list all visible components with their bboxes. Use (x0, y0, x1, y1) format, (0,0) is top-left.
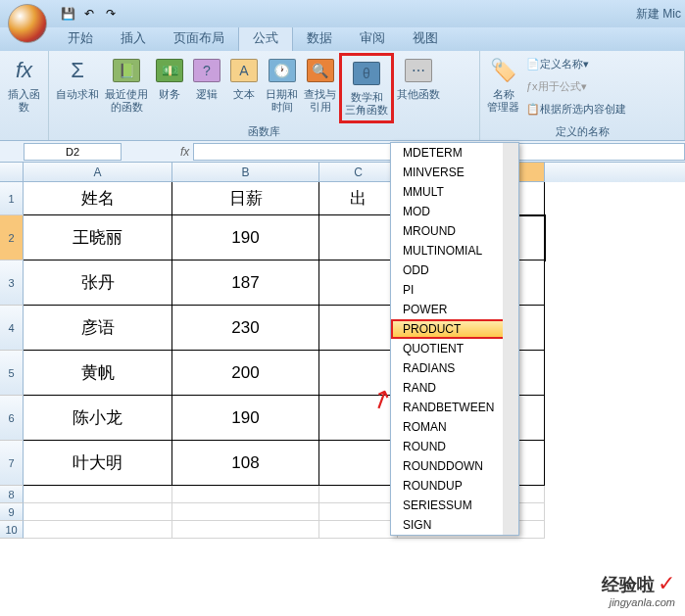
cell-C2[interactable] (319, 215, 398, 261)
cell-C3[interactable] (319, 261, 398, 306)
office-button[interactable] (8, 4, 47, 43)
cell-A4[interactable]: 彦语 (24, 306, 172, 351)
row-header-10[interactable]: 10 (0, 521, 24, 539)
dropdown-item-randbetween[interactable]: RANDBETWEEN (391, 398, 518, 417)
cell-C9[interactable] (319, 503, 398, 521)
name-manager-button[interactable]: 🏷️名称 管理器 (484, 53, 522, 123)
cell-C7[interactable] (319, 441, 398, 486)
dropdown-item-power[interactable]: POWER (391, 300, 518, 319)
text-button[interactable]: A文本 (225, 53, 263, 123)
sigma-icon: Σ (62, 55, 93, 86)
cell-A1[interactable]: 姓名 (24, 182, 172, 215)
dropdown-item-rand[interactable]: RAND (391, 378, 518, 398)
row-header-3[interactable]: 3 (0, 261, 24, 306)
dropdown-item-roman[interactable]: ROMAN (391, 417, 518, 437)
use-formula-label: 用于公式 (538, 79, 581, 94)
dropdown-scrollbar[interactable] (503, 143, 518, 535)
name-box[interactable]: D2 (24, 143, 122, 161)
cell-A7[interactable]: 叶大明 (24, 441, 172, 486)
row-header-7[interactable]: 7 (0, 441, 24, 486)
dropdown-item-odd[interactable]: ODD (391, 261, 518, 280)
tab-插入[interactable]: 插入 (107, 25, 160, 51)
autosum-button[interactable]: Σ自动求和 (53, 53, 102, 123)
cell-C10[interactable] (319, 521, 398, 539)
dropdown-item-product[interactable]: PRODUCT (391, 319, 518, 339)
dropdown-item-radians[interactable]: RADIANS (391, 358, 518, 378)
col-header-B[interactable]: B (172, 163, 319, 182)
tab-开始[interactable]: 开始 (54, 25, 107, 51)
redo-button[interactable]: ↷ (101, 4, 121, 24)
dropdown-item-mmult[interactable]: MMULT (391, 182, 518, 202)
dropdown-item-roundup[interactable]: ROUNDUP (391, 476, 518, 496)
cell-A6[interactable]: 陈小龙 (24, 396, 172, 441)
fx-icon[interactable]: fx (180, 145, 189, 159)
cell-B5[interactable]: 200 (172, 351, 319, 396)
create-from-selection-button[interactable]: 📋 根据所选内容创建 (522, 98, 630, 119)
cell-A9[interactable] (24, 503, 172, 521)
tab-视图[interactable]: 视图 (399, 25, 452, 51)
watermark-text: 经验啦 (602, 575, 655, 594)
cell-A2[interactable]: 王晓丽 (24, 215, 172, 261)
use-in-formula-button[interactable]: ƒx 用于公式 ▾ (522, 75, 630, 97)
dropdown-item-mod[interactable]: MOD (391, 202, 518, 221)
tab-页面布局[interactable]: 页面布局 (160, 25, 238, 51)
datetime-button[interactable]: 🕐日期和 时间 (263, 53, 301, 123)
cell-C8[interactable] (319, 486, 398, 503)
select-all-button[interactable] (0, 163, 24, 182)
tab-数据[interactable]: 数据 (293, 25, 346, 51)
financial-button[interactable]: 💵财务 (151, 53, 188, 123)
cell-B9[interactable] (172, 503, 319, 521)
cell-B6[interactable]: 190 (172, 396, 319, 441)
math-trig-button[interactable]: θ数学和 三角函数 (339, 53, 394, 123)
book-icon: A (228, 55, 260, 86)
row-header-1[interactable]: 1 (0, 182, 24, 215)
cell-C4[interactable] (319, 306, 398, 351)
cell-B7[interactable]: 108 (172, 441, 319, 486)
cell-A8[interactable] (24, 486, 172, 503)
cell-A5[interactable]: 黄帆 (24, 351, 172, 396)
function-dropdown[interactable]: MDETERMMINVERSEMMULTMODMROUNDMULTINOMIAL… (390, 142, 519, 536)
logical-button[interactable]: ?逻辑 (188, 53, 225, 123)
financial-label: 财务 (159, 88, 180, 101)
cell-C1[interactable]: 出 (319, 182, 398, 215)
cell-A3[interactable]: 张丹 (24, 261, 172, 306)
cell-B8[interactable] (172, 486, 319, 503)
dropdown-item-sign[interactable]: SIGN (391, 515, 518, 535)
row-header-6[interactable]: 6 (0, 396, 24, 441)
dropdown-item-round[interactable]: ROUND (391, 437, 518, 456)
dropdown-item-quotient[interactable]: QUOTIENT (391, 339, 518, 358)
dropdown-item-multinomial[interactable]: MULTINOMIAL (391, 241, 518, 261)
define-name-button[interactable]: 📄 定义名称 ▾ (522, 53, 630, 74)
column-headers: ABCD (0, 163, 685, 182)
row-header-8[interactable]: 8 (0, 486, 24, 503)
recent-functions-button[interactable]: 📗最近使用 的函数 (102, 53, 151, 123)
cell-B1[interactable]: 日薪 (172, 182, 319, 215)
col-header-A[interactable]: A (24, 163, 172, 182)
cell-A10[interactable] (24, 521, 172, 539)
row-header-9[interactable]: 9 (0, 503, 24, 521)
save-button[interactable]: 💾 (58, 4, 77, 24)
cell-B10[interactable] (172, 521, 319, 539)
dropdown-item-mdeterm[interactable]: MDETERM (391, 143, 518, 163)
row-header-4[interactable]: 4 (0, 306, 24, 351)
col-header-C[interactable]: C (319, 163, 398, 182)
cell-B4[interactable]: 230 (172, 306, 319, 351)
tab-公式[interactable]: 公式 (238, 24, 293, 51)
cell-B2[interactable]: 190 (172, 215, 319, 261)
other-functions-button[interactable]: ⋯其他函数 (394, 53, 443, 123)
theta-icon: θ (351, 58, 382, 89)
dropdown-item-minverse[interactable]: MINVERSE (391, 163, 518, 182)
row-header-2[interactable]: 2 (0, 215, 24, 261)
recent-label: 最近使用 的函数 (105, 88, 148, 114)
undo-button[interactable]: ↶ (79, 4, 99, 24)
row-header-5[interactable]: 5 (0, 351, 24, 396)
lookup-button[interactable]: 🔍查找与 引用 (301, 53, 339, 123)
tab-审阅[interactable]: 审阅 (346, 25, 399, 51)
dropdown-item-mround[interactable]: MROUND (391, 221, 518, 241)
tag-icon: 🏷️ (488, 55, 519, 86)
cell-B3[interactable]: 187 (172, 261, 319, 306)
dropdown-item-seriessum[interactable]: SERIESSUM (391, 496, 518, 515)
dropdown-item-pi[interactable]: PI (391, 280, 518, 300)
dropdown-item-rounddown[interactable]: ROUNDDOWN (391, 456, 518, 476)
insert-function-button[interactable]: fx 插入函数 (4, 53, 44, 123)
